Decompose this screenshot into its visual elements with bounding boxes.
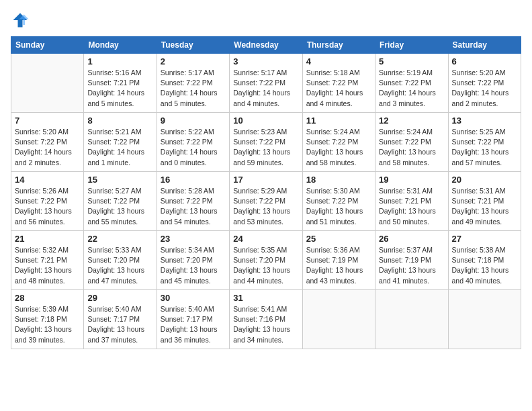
cell-date: 31 xyxy=(233,293,298,303)
calendar-cell: 15Sunrise: 5:27 AM Sunset: 7:22 PM Dayli… xyxy=(84,172,157,231)
weekday-thursday: Thursday xyxy=(302,37,375,54)
calendar-cell: 31Sunrise: 5:41 AM Sunset: 7:16 PM Dayli… xyxy=(230,290,302,349)
cell-date: 24 xyxy=(233,234,298,244)
cell-date: 14 xyxy=(15,175,80,185)
calendar-cell: 1Sunrise: 5:16 AM Sunset: 7:21 PM Daylig… xyxy=(84,54,157,113)
calendar-week-2: 7Sunrise: 5:20 AM Sunset: 7:22 PM Daylig… xyxy=(11,113,521,172)
calendar-week-3: 14Sunrise: 5:26 AM Sunset: 7:22 PM Dayli… xyxy=(11,172,521,231)
calendar-cell: 10Sunrise: 5:23 AM Sunset: 7:22 PM Dayli… xyxy=(230,113,302,172)
cell-info: Sunrise: 5:20 AM Sunset: 7:22 PM Dayligh… xyxy=(15,127,80,168)
cell-info: Sunrise: 5:22 AM Sunset: 7:22 PM Dayligh… xyxy=(161,127,226,168)
cell-info: Sunrise: 5:16 AM Sunset: 7:21 PM Dayligh… xyxy=(87,68,152,109)
cell-date: 19 xyxy=(379,175,444,185)
cell-date: 3 xyxy=(233,56,298,66)
weekday-friday: Friday xyxy=(375,37,448,54)
logo-icon xyxy=(11,11,30,30)
calendar-cell: 25Sunrise: 5:36 AM Sunset: 7:19 PM Dayli… xyxy=(302,231,375,290)
cell-info: Sunrise: 5:27 AM Sunset: 7:22 PM Dayligh… xyxy=(87,186,152,227)
cell-date: 26 xyxy=(379,234,444,244)
cell-info: Sunrise: 5:17 AM Sunset: 7:22 PM Dayligh… xyxy=(161,68,226,109)
calendar-cell xyxy=(302,290,375,349)
calendar-cell: 23Sunrise: 5:34 AM Sunset: 7:20 PM Dayli… xyxy=(157,231,229,290)
cell-info: Sunrise: 5:19 AM Sunset: 7:22 PM Dayligh… xyxy=(379,68,444,109)
cell-info: Sunrise: 5:37 AM Sunset: 7:19 PM Dayligh… xyxy=(379,245,444,286)
cell-info: Sunrise: 5:31 AM Sunset: 7:21 PM Dayligh… xyxy=(379,186,444,227)
cell-info: Sunrise: 5:18 AM Sunset: 7:22 PM Dayligh… xyxy=(306,68,371,109)
weekday-wednesday: Wednesday xyxy=(230,37,302,54)
cell-date: 9 xyxy=(161,116,226,126)
cell-info: Sunrise: 5:20 AM Sunset: 7:22 PM Dayligh… xyxy=(452,68,517,109)
weekday-sunday: Sunday xyxy=(11,37,84,54)
calendar-cell: 19Sunrise: 5:31 AM Sunset: 7:21 PM Dayli… xyxy=(375,172,448,231)
cell-date: 25 xyxy=(306,234,371,244)
calendar-cell: 27Sunrise: 5:38 AM Sunset: 7:18 PM Dayli… xyxy=(448,231,521,290)
cell-info: Sunrise: 5:25 AM Sunset: 7:22 PM Dayligh… xyxy=(452,127,517,168)
calendar-cell xyxy=(11,54,84,113)
cell-info: Sunrise: 5:39 AM Sunset: 7:18 PM Dayligh… xyxy=(15,304,80,345)
calendar-cell: 11Sunrise: 5:24 AM Sunset: 7:22 PM Dayli… xyxy=(302,113,375,172)
page-header xyxy=(11,11,521,30)
cell-info: Sunrise: 5:41 AM Sunset: 7:16 PM Dayligh… xyxy=(233,304,298,345)
cell-date: 8 xyxy=(87,116,152,126)
calendar-week-1: 1Sunrise: 5:16 AM Sunset: 7:21 PM Daylig… xyxy=(11,54,521,113)
logo xyxy=(11,11,32,30)
calendar-cell: 9Sunrise: 5:22 AM Sunset: 7:22 PM Daylig… xyxy=(157,113,229,172)
cell-date: 7 xyxy=(15,116,80,126)
calendar-cell: 3Sunrise: 5:17 AM Sunset: 7:22 PM Daylig… xyxy=(230,54,302,113)
calendar-cell: 30Sunrise: 5:40 AM Sunset: 7:17 PM Dayli… xyxy=(157,290,229,349)
cell-info: Sunrise: 5:26 AM Sunset: 7:22 PM Dayligh… xyxy=(15,186,80,227)
cell-date: 12 xyxy=(379,116,444,126)
cell-info: Sunrise: 5:23 AM Sunset: 7:22 PM Dayligh… xyxy=(233,127,298,168)
calendar-cell xyxy=(448,290,521,349)
calendar-cell: 24Sunrise: 5:35 AM Sunset: 7:20 PM Dayli… xyxy=(230,231,302,290)
cell-date: 15 xyxy=(87,175,152,185)
calendar-table: SundayMondayTuesdayWednesdayThursdayFrid… xyxy=(11,36,521,349)
cell-date: 1 xyxy=(87,56,152,66)
weekday-monday: Monday xyxy=(84,37,157,54)
calendar-cell: 7Sunrise: 5:20 AM Sunset: 7:22 PM Daylig… xyxy=(11,113,84,172)
cell-date: 16 xyxy=(161,175,226,185)
cell-date: 22 xyxy=(87,234,152,244)
cell-info: Sunrise: 5:24 AM Sunset: 7:22 PM Dayligh… xyxy=(306,127,371,168)
calendar-cell: 22Sunrise: 5:33 AM Sunset: 7:20 PM Dayli… xyxy=(84,231,157,290)
cell-date: 23 xyxy=(161,234,226,244)
cell-date: 10 xyxy=(233,116,298,126)
cell-date: 2 xyxy=(161,56,226,66)
cell-info: Sunrise: 5:31 AM Sunset: 7:21 PM Dayligh… xyxy=(452,186,517,227)
cell-date: 20 xyxy=(452,175,517,185)
calendar-week-4: 21Sunrise: 5:32 AM Sunset: 7:21 PM Dayli… xyxy=(11,231,521,290)
cell-info: Sunrise: 5:17 AM Sunset: 7:22 PM Dayligh… xyxy=(233,68,298,109)
calendar-cell: 29Sunrise: 5:40 AM Sunset: 7:17 PM Dayli… xyxy=(84,290,157,349)
cell-date: 13 xyxy=(452,116,517,126)
weekday-header: SundayMondayTuesdayWednesdayThursdayFrid… xyxy=(11,37,521,54)
cell-info: Sunrise: 5:24 AM Sunset: 7:22 PM Dayligh… xyxy=(379,127,444,168)
calendar-week-5: 28Sunrise: 5:39 AM Sunset: 7:18 PM Dayli… xyxy=(11,290,521,349)
cell-date: 29 xyxy=(87,293,152,303)
cell-date: 28 xyxy=(15,293,80,303)
cell-info: Sunrise: 5:36 AM Sunset: 7:19 PM Dayligh… xyxy=(306,245,371,286)
cell-info: Sunrise: 5:30 AM Sunset: 7:22 PM Dayligh… xyxy=(306,186,371,227)
calendar-cell: 14Sunrise: 5:26 AM Sunset: 7:22 PM Dayli… xyxy=(11,172,84,231)
cell-date: 5 xyxy=(379,56,444,66)
calendar-cell: 20Sunrise: 5:31 AM Sunset: 7:21 PM Dayli… xyxy=(448,172,521,231)
calendar-cell: 12Sunrise: 5:24 AM Sunset: 7:22 PM Dayli… xyxy=(375,113,448,172)
calendar-cell: 4Sunrise: 5:18 AM Sunset: 7:22 PM Daylig… xyxy=(302,54,375,113)
cell-info: Sunrise: 5:35 AM Sunset: 7:20 PM Dayligh… xyxy=(233,245,298,286)
weekday-saturday: Saturday xyxy=(448,37,521,54)
cell-date: 17 xyxy=(233,175,298,185)
calendar-cell: 21Sunrise: 5:32 AM Sunset: 7:21 PM Dayli… xyxy=(11,231,84,290)
calendar-cell: 28Sunrise: 5:39 AM Sunset: 7:18 PM Dayli… xyxy=(11,290,84,349)
cell-date: 4 xyxy=(306,56,371,66)
calendar-cell: 6Sunrise: 5:20 AM Sunset: 7:22 PM Daylig… xyxy=(448,54,521,113)
cell-date: 18 xyxy=(306,175,371,185)
cell-info: Sunrise: 5:38 AM Sunset: 7:18 PM Dayligh… xyxy=(452,245,517,286)
cell-info: Sunrise: 5:34 AM Sunset: 7:20 PM Dayligh… xyxy=(161,245,226,286)
svg-marker-0 xyxy=(13,13,28,28)
calendar-cell: 18Sunrise: 5:30 AM Sunset: 7:22 PM Dayli… xyxy=(302,172,375,231)
cell-info: Sunrise: 5:32 AM Sunset: 7:21 PM Dayligh… xyxy=(15,245,80,286)
cell-date: 27 xyxy=(452,234,517,244)
cell-date: 11 xyxy=(306,116,371,126)
cell-info: Sunrise: 5:40 AM Sunset: 7:17 PM Dayligh… xyxy=(87,304,152,345)
cell-date: 6 xyxy=(452,56,517,66)
calendar-cell: 8Sunrise: 5:21 AM Sunset: 7:22 PM Daylig… xyxy=(84,113,157,172)
